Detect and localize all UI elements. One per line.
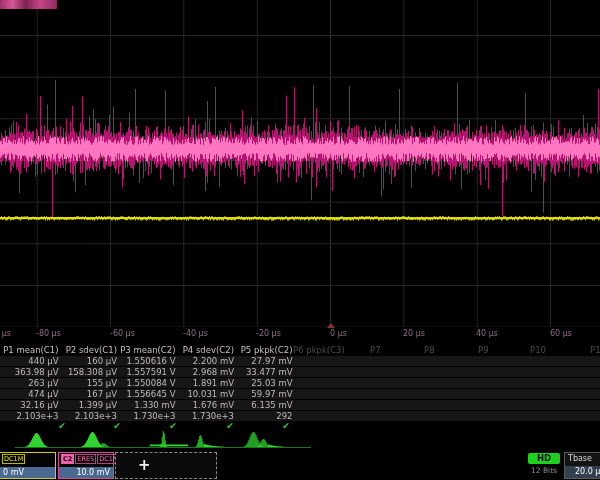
- time-per-div: 20.0 µs: [565, 466, 600, 478]
- param-header-p9[interactable]: P9: [478, 345, 489, 355]
- param-header-p5[interactable]: P5 pkpk(C2): [235, 345, 293, 355]
- waveform-display[interactable]: [0, 0, 600, 327]
- c1-descriptor-box[interactable]: DC1M 0 mV: [0, 452, 56, 479]
- c1-coupling-badge: DC1M: [2, 454, 25, 464]
- c1-volts-per-div: 0 mV: [0, 467, 55, 478]
- meas-value: 2.968 mV: [176, 367, 234, 377]
- meas-value: 1.730e+3: [176, 411, 234, 421]
- meas-value: 6.135 mV: [235, 400, 293, 410]
- meas-value: 1.330 mV: [118, 400, 176, 410]
- meas-value: 1.399 µV: [59, 400, 117, 410]
- param-header-p6[interactable]: P6 pkpk(C3): [293, 345, 345, 355]
- trigger-time-marker[interactable]: [327, 323, 335, 328]
- meas-value: 2.200 mV: [176, 356, 234, 366]
- time-tick: -100 µs: [0, 329, 11, 338]
- timebase-label: Tbase: [568, 454, 592, 463]
- c2-eres-badge: ERES: [75, 454, 96, 464]
- crosshair-cursor-icon: +: [138, 456, 151, 474]
- param-header-p11[interactable]: P11: [590, 345, 600, 355]
- meas-value: 32.16 µV: [1, 400, 59, 410]
- time-tick: 40 µs: [476, 329, 498, 338]
- top-left-pink-badge: [0, 0, 57, 9]
- meas-value: 363.98 µV: [1, 367, 59, 377]
- meas-value: 33.477 mV: [235, 367, 293, 377]
- time-tick: -60 µs: [110, 329, 135, 338]
- time-tick: 60 µs: [550, 329, 572, 338]
- param-header-p3[interactable]: P3 mean(C2): [118, 345, 176, 355]
- time-tick: 0 µs: [330, 329, 347, 338]
- meas-value: 155 µV: [59, 378, 117, 388]
- time-tick: -80 µs: [36, 329, 61, 338]
- meas-value: 1.550084 V: [118, 378, 176, 388]
- meas-value: 10.031 mV: [176, 389, 234, 399]
- time-tick: -20 µs: [256, 329, 281, 338]
- meas-value: 1.557591 V: [118, 367, 176, 377]
- add-trace-dropzone[interactable]: +: [115, 452, 217, 479]
- meas-value: 158.308 µV: [59, 367, 117, 377]
- meas-value: 25.03 mV: [235, 378, 293, 388]
- param-header-p1[interactable]: P1 mean(C1): [1, 345, 59, 355]
- time-axis: -100 µs -80 µs -60 µs -40 µs -20 µs 0 µs…: [0, 327, 600, 344]
- bottom-bar: DC1M 0 mV C2 ERES DC1M 10.0 mV + HD 12 B…: [0, 452, 600, 480]
- param-header-p2[interactable]: P2 sdev(C1): [59, 345, 117, 355]
- meas-value: 474 µV: [1, 389, 59, 399]
- meas-value: 1.891 mV: [176, 378, 234, 388]
- adc-bits-label: 12 Bits: [524, 466, 564, 475]
- oscilloscope-screen: -100 µs -80 µs -60 µs -40 µs -20 µs 0 µs…: [0, 0, 600, 480]
- param-header-p4[interactable]: P4 sdev(C2): [176, 345, 234, 355]
- time-tick: -40 µs: [183, 329, 208, 338]
- c2-descriptor-box[interactable]: C2 ERES DC1M 10.0 mV: [58, 452, 114, 479]
- meas-value: 1.676 mV: [176, 400, 234, 410]
- meas-value: 440 µV: [1, 356, 59, 366]
- meas-value: 2.103e+3: [59, 411, 117, 421]
- meas-value: 263 µV: [1, 378, 59, 388]
- timebase-descriptor-box[interactable]: Tbase 20.0 µs: [564, 452, 600, 479]
- meas-value: 2.103e+3: [1, 411, 59, 421]
- c2-channel-badge: C2: [61, 454, 74, 464]
- time-tick: 20 µs: [403, 329, 425, 338]
- param-header-p7[interactable]: P7: [370, 345, 381, 355]
- param-header-p8[interactable]: P8: [424, 345, 435, 355]
- meas-value: 27.97 mV: [235, 356, 293, 366]
- measurement-table: P1 mean(C1) P2 sdev(C1) P3 mean(C2) P4 s…: [0, 344, 600, 432]
- meas-value: 160 µV: [59, 356, 117, 366]
- meas-value: 1.730e+3: [118, 411, 176, 421]
- histicon-strip: [0, 430, 600, 452]
- meas-value: 1.550616 V: [118, 356, 176, 366]
- meas-value: 292: [235, 411, 293, 421]
- meas-value: 59.97 mV: [235, 389, 293, 399]
- param-header-p10[interactable]: P10: [530, 345, 546, 355]
- hd-mode-badge: HD: [528, 453, 560, 464]
- meas-value: 1.556645 V: [118, 389, 176, 399]
- meas-value: 167 µV: [59, 389, 117, 399]
- c2-volts-per-div: 10.0 mV: [59, 467, 113, 478]
